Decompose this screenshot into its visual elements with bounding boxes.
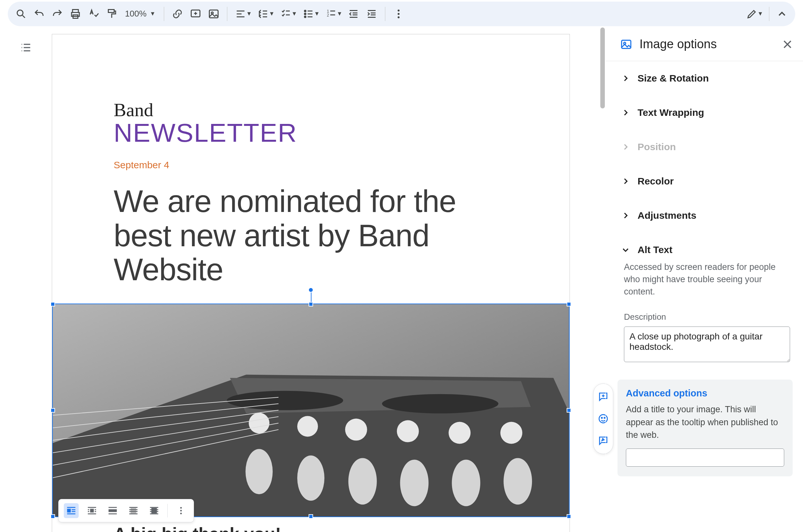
- alt-text-description-input[interactable]: [624, 326, 790, 362]
- advanced-options-title[interactable]: Advanced options: [626, 388, 784, 399]
- svg-point-49: [249, 413, 269, 433]
- adjustments-section[interactable]: Adjustments: [606, 198, 803, 233]
- document-date: September 4: [114, 159, 508, 171]
- svg-point-20: [304, 13, 306, 15]
- svg-rect-5: [109, 10, 114, 12]
- decrease-indent-icon[interactable]: [347, 7, 360, 21]
- svg-rect-77: [67, 509, 71, 512]
- scroll-thumb[interactable]: [600, 27, 605, 109]
- advanced-options-box: Advanced options Add a title to your ima…: [617, 380, 792, 476]
- advanced-title-input[interactable]: [626, 449, 784, 467]
- svg-point-51: [345, 418, 367, 440]
- chevron-right-icon: [621, 177, 630, 186]
- svg-point-58: [400, 459, 429, 506]
- section-label: Text Wrapping: [637, 107, 704, 118]
- section-label: Position: [637, 141, 676, 152]
- zoom-value: 100%: [125, 9, 147, 19]
- vertical-scrollbar[interactable]: [600, 27, 605, 532]
- section-label: Size & Rotation: [637, 73, 709, 84]
- text-wrapping-section[interactable]: Text Wrapping: [606, 95, 803, 130]
- close-icon[interactable]: [782, 38, 793, 50]
- print-icon[interactable]: [69, 7, 82, 21]
- chevron-right-icon: [621, 211, 630, 220]
- insert-image-icon[interactable]: [207, 7, 221, 21]
- svg-point-54: [500, 422, 522, 444]
- svg-text:2: 2: [327, 13, 329, 17]
- zoom-dropdown[interactable]: 100%▼: [123, 9, 157, 19]
- insert-link-icon[interactable]: [171, 7, 184, 21]
- script-title: Band: [114, 99, 508, 121]
- break-text-icon[interactable]: [105, 503, 120, 518]
- document-page[interactable]: Band NEWSLETTER September 4 We are nomin…: [52, 34, 570, 532]
- section-label: Alt Text: [637, 244, 673, 255]
- paint-format-icon[interactable]: [105, 7, 118, 21]
- chevron-down-icon: [621, 246, 630, 254]
- chevron-down-icon: ▼: [337, 11, 342, 17]
- svg-point-102: [180, 510, 182, 512]
- separator: [167, 504, 168, 517]
- svg-point-56: [297, 455, 324, 500]
- redo-icon[interactable]: [51, 7, 64, 21]
- more-icon[interactable]: [392, 7, 405, 21]
- editing-mode-dropdown[interactable]: ▼: [745, 7, 763, 21]
- svg-rect-91: [131, 508, 136, 514]
- search-icon[interactable]: [14, 7, 28, 21]
- svg-point-38: [398, 13, 399, 15]
- chevron-down-icon: ▼: [150, 11, 156, 17]
- recolor-section[interactable]: Recolor: [606, 164, 803, 198]
- sidebar-title: Image options: [639, 37, 717, 51]
- svg-rect-89: [109, 509, 117, 512]
- align-dropdown[interactable]: ▼: [234, 7, 252, 21]
- separator: [385, 7, 385, 21]
- svg-rect-9: [209, 10, 218, 18]
- svg-point-39: [398, 16, 399, 18]
- in-front-text-icon[interactable]: [147, 503, 162, 518]
- wrap-inline-icon[interactable]: [64, 503, 79, 518]
- description-label: Description: [624, 312, 790, 322]
- svg-point-37: [398, 10, 399, 11]
- image-icon: [620, 38, 632, 51]
- more-options-icon[interactable]: [173, 503, 188, 518]
- alt-text-section[interactable]: Alt Text: [606, 233, 803, 261]
- svg-point-55: [245, 449, 273, 494]
- document-outline-icon[interactable]: [19, 41, 32, 54]
- guitar-image[interactable]: [52, 304, 569, 517]
- pencil-icon: [745, 7, 759, 21]
- size-rotation-section[interactable]: Size & Rotation: [606, 61, 803, 95]
- chevron-down-icon: ▼: [269, 11, 275, 17]
- line-spacing-dropdown[interactable]: ▼: [257, 7, 275, 21]
- newsletter-heading: NEWSLETTER: [114, 118, 508, 148]
- bulleted-list-dropdown[interactable]: ▼: [302, 7, 320, 21]
- chevron-right-icon: [621, 143, 630, 151]
- svg-point-103: [180, 513, 182, 514]
- headline: We are nominated for the best new artist…: [114, 184, 508, 287]
- separator: [164, 7, 164, 21]
- chevron-right-icon: [621, 109, 630, 117]
- rotation-handle[interactable]: [308, 287, 314, 292]
- increase-indent-icon[interactable]: [365, 7, 378, 21]
- separator: [769, 7, 769, 21]
- checklist-dropdown[interactable]: ▼: [279, 7, 297, 21]
- svg-point-0: [17, 10, 23, 16]
- svg-line-1: [23, 15, 25, 18]
- position-section: Position: [606, 130, 803, 164]
- svg-point-50: [297, 416, 318, 437]
- svg-rect-82: [90, 509, 94, 512]
- thanks-heading: A big big thank you!: [114, 524, 508, 532]
- chevron-down-icon: ▼: [292, 11, 297, 17]
- image-options-sidebar: Image options Size & Rotation Text Wrapp…: [605, 27, 803, 532]
- alt-text-help: Accessed by screen readers for people wh…: [624, 261, 790, 298]
- separator: [227, 7, 227, 21]
- image-wrap-toolbar: [58, 499, 194, 522]
- undo-icon[interactable]: [32, 7, 46, 21]
- spellcheck-icon[interactable]: [87, 7, 100, 21]
- numbered-list-dropdown[interactable]: 12▼: [324, 7, 342, 21]
- behind-text-icon[interactable]: [126, 503, 141, 518]
- chevron-down-icon: ▼: [757, 11, 763, 17]
- collapse-toolbar-icon[interactable]: [775, 7, 789, 21]
- selected-image[interactable]: [52, 304, 569, 517]
- chevron-right-icon: [621, 74, 630, 82]
- svg-point-48: [382, 394, 499, 413]
- add-comment-icon[interactable]: [189, 7, 202, 21]
- wrap-text-icon[interactable]: [85, 503, 99, 518]
